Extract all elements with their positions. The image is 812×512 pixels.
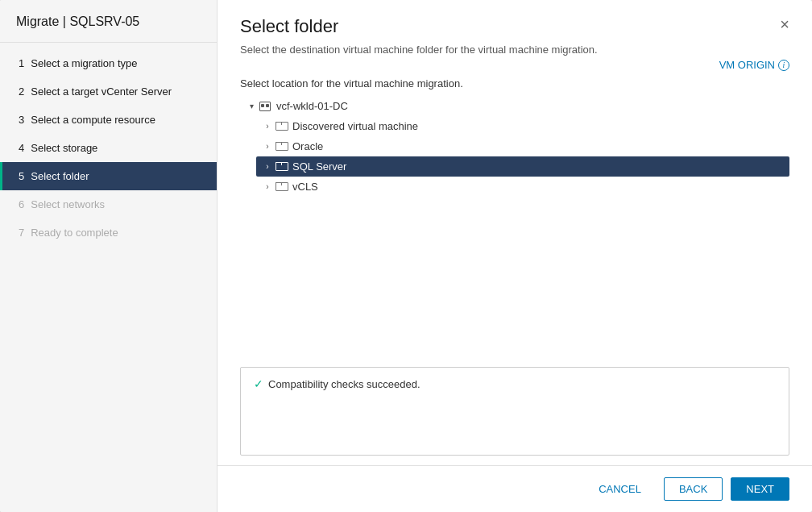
step-label: Select a migration type <box>31 57 137 69</box>
sidebar-step-5[interactable]: 5Select folder <box>0 162 217 190</box>
folder-icon <box>274 162 288 171</box>
tree-root: ▾ vcf-wkld-01-DC › Discovered virtual ma… <box>240 96 789 197</box>
step-num: 4 <box>19 142 24 154</box>
sidebar-step-1[interactable]: 1Select a migration type <box>0 49 217 77</box>
step-num: 2 <box>19 85 24 98</box>
step-label: Select a compute resource <box>31 114 155 126</box>
vm-origin-row: VM ORIGIN i <box>218 56 812 77</box>
cancel-button[interactable]: CANCEL <box>584 478 656 500</box>
compat-success-row: ✓ Compatibility checks succeeded. <box>254 377 776 390</box>
tree-item-root[interactable]: ▾ vcf-wkld-01-DC <box>240 96 789 116</box>
main-header: Select folder × <box>218 0 812 37</box>
next-button[interactable]: NEXT <box>731 477 789 501</box>
tree-item-label: Oracle <box>292 140 785 152</box>
chevron-right-icon: › <box>261 122 274 131</box>
back-button[interactable]: BACK <box>664 477 723 501</box>
step-label: Ready to complete <box>31 227 118 239</box>
sidebar: Migrate | SQLSRV-05 1Select a migration … <box>0 0 218 512</box>
sidebar-step-3[interactable]: 3Select a compute resource <box>0 106 217 134</box>
sidebar-step-2[interactable]: 2Select a target vCenter Server <box>0 77 217 106</box>
tree-children: › Discovered virtual machine › Oracle › … <box>240 116 789 197</box>
chevron-down-icon: ▾ <box>245 102 258 110</box>
tree-item-label: vCLS <box>292 181 785 193</box>
sidebar-step-4[interactable]: 4Select storage <box>0 134 217 162</box>
step-num: 6 <box>19 198 24 210</box>
close-button[interactable]: × <box>780 16 789 32</box>
chevron-right-icon: › <box>261 162 274 171</box>
vm-origin-link[interactable]: VM ORIGIN i <box>719 59 789 71</box>
select-location-label: Select location for the virtual machine … <box>218 77 812 96</box>
tree-item[interactable]: › Oracle <box>256 136 789 156</box>
tree-container: ▾ vcf-wkld-01-DC › Discovered virtual ma… <box>218 96 812 357</box>
step-label: Select storage <box>31 142 97 154</box>
folder-icon <box>274 122 288 131</box>
footer: CANCEL BACK NEXT <box>218 465 812 512</box>
chevron-right-icon: › <box>261 182 274 191</box>
tree-item-label: SQL Server <box>292 160 785 173</box>
step-num: 1 <box>19 57 24 69</box>
steps-list: 1Select a migration type2Select a target… <box>0 43 217 253</box>
dialog-title: Migrate | SQLSRV-05 <box>0 0 217 43</box>
step-label: Select networks <box>31 198 105 210</box>
chevron-right-icon: › <box>261 142 274 151</box>
compat-message: Compatibility checks succeeded. <box>268 378 420 390</box>
main-panel: Select folder × Select the destination v… <box>218 0 812 512</box>
sidebar-step-7: 7Ready to complete <box>0 219 217 247</box>
check-icon: ✓ <box>254 377 263 390</box>
tree-item[interactable]: › vCLS <box>256 177 789 197</box>
folder-icon <box>274 182 288 191</box>
tree-item[interactable]: › SQL Server <box>256 156 789 177</box>
migrate-dialog: Migrate | SQLSRV-05 1Select a migration … <box>0 0 812 512</box>
vm-origin-label: VM ORIGIN <box>719 59 775 71</box>
step-num: 7 <box>19 227 24 239</box>
folder-icon <box>274 142 288 151</box>
datacenter-icon <box>258 102 272 111</box>
tree-item[interactable]: › Discovered virtual machine <box>256 116 789 136</box>
step-label: Select a target vCenter Server <box>31 85 172 98</box>
tree-children-container: › Discovered virtual machine › Oracle › … <box>240 116 789 197</box>
panel-title: Select folder <box>240 16 338 37</box>
tree-item-label: vcf-wkld-01-DC <box>276 100 785 112</box>
sidebar-step-6: 6Select networks <box>0 190 217 219</box>
compatibility-box: ✓ Compatibility checks succeeded. <box>240 367 789 456</box>
step-num: 5 <box>19 170 24 182</box>
step-num: 3 <box>19 114 24 126</box>
panel-subtitle: Select the destination virtual machine f… <box>218 37 812 56</box>
info-icon: i <box>778 60 789 71</box>
tree-item-label: Discovered virtual machine <box>292 120 785 132</box>
step-label: Select folder <box>31 170 89 182</box>
